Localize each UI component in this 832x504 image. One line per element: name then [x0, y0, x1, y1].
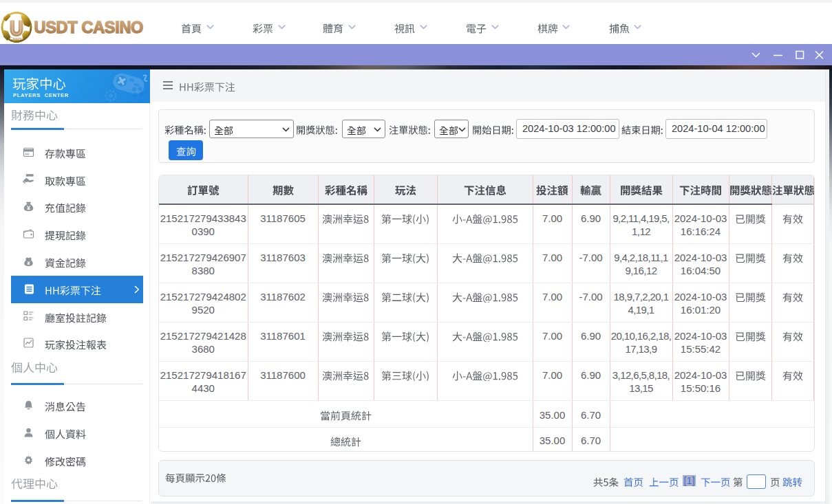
svg-text:USDT CASINO: USDT CASINO — [34, 19, 144, 36]
svg-text:Casino: Casino — [10, 36, 23, 41]
